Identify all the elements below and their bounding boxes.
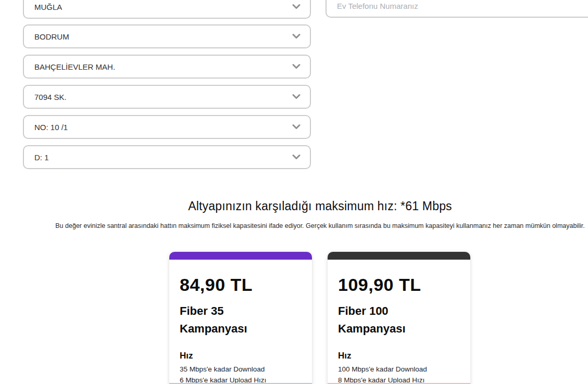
- plan-card-fiber-35[interactable]: 84,90 TL Fiber 35 Kampanyası Hız 35 Mbps…: [169, 252, 312, 384]
- plan-accent-bar: [169, 252, 312, 260]
- plan-speed-title: Hız: [180, 350, 302, 362]
- max-speed-disclaimer: Bu değer evinizle santral arasındaki hat…: [0, 222, 588, 229]
- street-dropdown[interactable]: 7094 SK.: [23, 85, 311, 109]
- plan-name: Fiber 35 Kampanyası: [180, 302, 273, 338]
- district-dropdown-value: BODRUM: [34, 32, 69, 41]
- max-speed-heading: Altyapınızın karşıladığı maksimum hız: *…: [0, 199, 588, 213]
- building-no-dropdown[interactable]: NO: 10 /1: [23, 115, 311, 139]
- plan-download-speed: 100 Mbps'e kadar Download: [338, 364, 460, 375]
- plan-speed-title: Hız: [338, 350, 460, 362]
- district-dropdown[interactable]: BODRUM: [23, 24, 311, 48]
- chevron-down-icon: [292, 63, 301, 70]
- chevron-down-icon: [292, 124, 301, 130]
- chevron-down-icon: [292, 154, 301, 160]
- chevron-down-icon: [292, 4, 301, 10]
- street-dropdown-value: 7094 SK.: [34, 93, 67, 101]
- chevron-down-icon: [292, 33, 301, 40]
- home-phone-input[interactable]: [326, 0, 588, 18]
- plan-price: 84,90 TL: [180, 274, 302, 295]
- chevron-down-icon: [292, 94, 301, 100]
- door-no-dropdown[interactable]: D: 1: [23, 145, 311, 169]
- neighborhood-dropdown-value: BAHÇELİEVLER MAH.: [34, 62, 115, 71]
- door-no-dropdown-value: D: 1: [34, 153, 49, 162]
- plan-card-fiber-100[interactable]: 109,90 TL Fiber 100 Kampanyası Hız 100 M…: [328, 252, 470, 384]
- plan-price: 109,90 TL: [338, 274, 460, 295]
- plan-accent-bar: [328, 252, 470, 260]
- neighborhood-dropdown[interactable]: BAHÇELİEVLER MAH.: [23, 55, 311, 79]
- building-no-dropdown-value: NO: 10 /1: [34, 123, 68, 132]
- plan-name: Fiber 100 Kampanyası: [338, 302, 432, 338]
- plan-download-speed: 35 Mbps'e kadar Download: [180, 364, 302, 375]
- city-dropdown[interactable]: MUĞLA: [23, 0, 311, 19]
- city-dropdown-value: MUĞLA: [34, 3, 62, 11]
